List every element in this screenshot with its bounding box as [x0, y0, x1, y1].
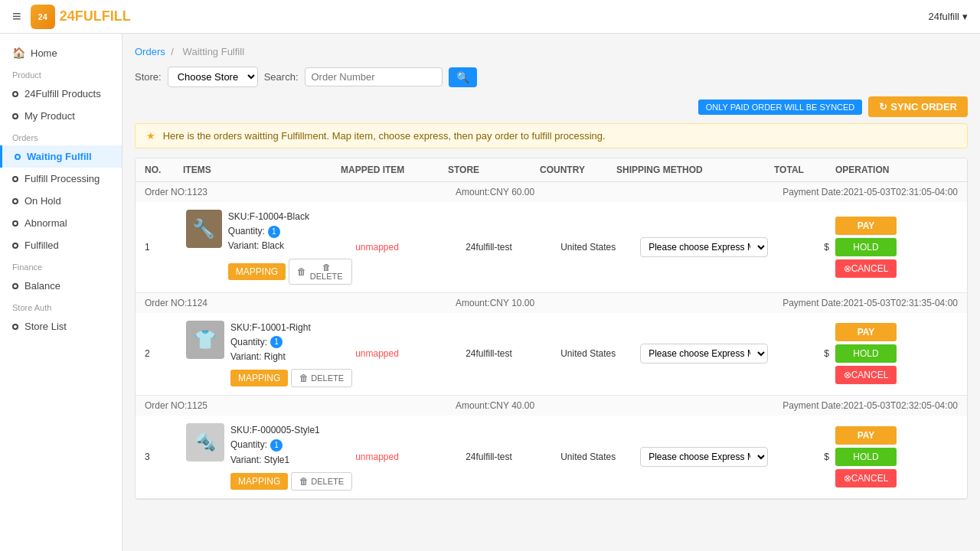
- sidebar-label-fulfill-processing: Fulfill Processing: [24, 173, 100, 184]
- circle-icon: [12, 113, 18, 119]
- sync-order-button[interactable]: ↻ SYNC ORDER: [868, 96, 968, 117]
- chevron-down-icon: ▾: [962, 11, 968, 22]
- sidebar-item-abnormal[interactable]: Abnormal: [0, 212, 122, 234]
- delete-button-2[interactable]: 🗑 DELETE: [291, 369, 352, 387]
- order-amount-3: Amount:CNY 40.00: [456, 400, 534, 411]
- col-no: NO.: [145, 165, 183, 175]
- sidebar-item-fulfill-processing[interactable]: Fulfill Processing: [0, 168, 122, 190]
- sidebar-item-my-product[interactable]: My Product: [0, 105, 122, 127]
- sidebar-label-24fulfill-products: 24Fulfill Products: [24, 88, 101, 99]
- express-select-2[interactable]: Please choose Express Method: [640, 344, 768, 364]
- item-actions-3: MAPPING 🗑 DELETE: [230, 472, 352, 491]
- circle-icon: [12, 176, 18, 182]
- item-sku-3: SKU:F-000005-Style1: [230, 423, 352, 438]
- pay-button-3[interactable]: PAY: [835, 426, 897, 445]
- item-qty-3: Quantity: 1: [230, 438, 283, 452]
- order-meta-2: Order NO:1124 Amount:CNY 10.00 Payment D…: [136, 293, 967, 313]
- header: ≡ 24 24FULFILL 24fulfill ▾: [0, 0, 980, 34]
- action-buttons-2: PAY HOLD ⊗CANCEL: [835, 323, 958, 384]
- sidebar-item-on-hold[interactable]: On Hold: [0, 190, 122, 212]
- search-button[interactable]: 🔍: [449, 67, 477, 87]
- cancel-button-1[interactable]: ⊗CANCEL: [835, 259, 897, 278]
- sidebar-item-fulfilled[interactable]: Fulfilled: [0, 234, 122, 256]
- breadcrumb: Orders / Waitting Fulfill: [135, 46, 968, 57]
- user-label: 24fulfill: [929, 11, 959, 22]
- mapped-status-1: unmapped: [355, 242, 462, 253]
- circle-icon: [12, 324, 18, 330]
- sidebar-item-balance[interactable]: Balance: [0, 275, 122, 297]
- sidebar-item-home-label: Home: [31, 47, 57, 59]
- item-qty-2: Quantity: 1: [230, 335, 283, 350]
- store-1: 24fulfill-test: [466, 242, 557, 253]
- item-image-1: 🔧: [186, 210, 222, 248]
- price-2: $: [771, 348, 832, 359]
- item-sku-2: SKU:F-10001-Right: [230, 321, 352, 335]
- circle-icon: [12, 220, 18, 227]
- pay-button-1[interactable]: PAY: [835, 217, 897, 235]
- sync-icon: ↻: [879, 101, 887, 112]
- circle-icon: [12, 198, 18, 204]
- sidebar-item-store-list[interactable]: Store List: [0, 315, 122, 337]
- orders-table: NO. ITEMS MAPPED ITEM STORE COUNTRY SHIP…: [135, 158, 968, 500]
- home-icon: 🏠: [12, 47, 24, 59]
- item-image-3: 🔩: [186, 423, 224, 461]
- circle-icon-active: [15, 154, 21, 160]
- sidebar-label-balance: Balance: [24, 280, 60, 292]
- breadcrumb-current: Waitting Fulfill: [183, 46, 244, 57]
- search-label: Search:: [264, 71, 299, 83]
- sidebar-label-abnormal: Abnormal: [24, 217, 67, 229]
- store-3: 24fulfill-test: [466, 452, 557, 462]
- order-no-2: Order NO:1124: [145, 298, 207, 308]
- shipping-col-3: Please choose Express Method: [640, 447, 768, 467]
- sidebar-item-home[interactable]: 🏠 Home: [0, 41, 122, 64]
- sidebar-label-store-list: Store List: [24, 321, 67, 332]
- user-menu[interactable]: 24fulfill ▾: [929, 11, 968, 22]
- circle-icon: [12, 283, 18, 289]
- item-actions-2: MAPPING 🗑 DELETE: [230, 369, 352, 387]
- sync-order-label: SYNC ORDER: [890, 101, 957, 112]
- express-select-3[interactable]: Please choose Express Method: [640, 447, 768, 467]
- breadcrumb-parent[interactable]: Orders: [135, 46, 165, 57]
- mapping-button-3[interactable]: MAPPING: [230, 473, 288, 490]
- cancel-button-2[interactable]: ⊗CANCEL: [835, 366, 897, 384]
- logo: 24 24FULFILL: [31, 5, 131, 29]
- sidebar-item-24fulfill-products[interactable]: 24Fulfill Products: [0, 83, 122, 105]
- express-select-1[interactable]: Please choose Express Method: [640, 237, 768, 257]
- circle-icon: [12, 243, 18, 249]
- mapping-button-2[interactable]: MAPPING: [230, 370, 288, 386]
- store-select[interactable]: Choose Store: [168, 67, 258, 87]
- order-meta-3: Order NO:1125 Amount:CNY 40.00 Payment D…: [136, 396, 967, 416]
- trash-icon: 🗑: [299, 373, 309, 383]
- price-1: $: [771, 242, 832, 253]
- order-payment-date-3: Payment Date:2021-05-03T02:32:05-04:00: [782, 400, 958, 411]
- circle-icon: [12, 91, 18, 97]
- sidebar: 🏠 Home Product 24Fulfill Products My Pro…: [0, 34, 122, 551]
- item-image-2: 👕: [186, 321, 224, 359]
- mapped-status-3: unmapped: [355, 452, 462, 462]
- trash-icon: 🗑: [299, 476, 309, 487]
- menu-icon[interactable]: ≡: [12, 8, 21, 25]
- order-group-1: Order NO:1123 Amount:CNY 60.00 Payment D…: [136, 182, 967, 293]
- sidebar-item-waiting-fulfill[interactable]: Waiting Fulfill: [0, 145, 122, 168]
- delete-button-3[interactable]: 🗑 DELETE: [291, 472, 352, 491]
- country-1: United States: [560, 242, 637, 253]
- cancel-button-3[interactable]: ⊗CANCEL: [835, 469, 897, 487]
- hold-button-1[interactable]: HOLD: [835, 238, 897, 256]
- country-2: United States: [560, 348, 637, 359]
- hold-button-3[interactable]: HOLD: [835, 448, 897, 466]
- item-actions-1: MAPPING 🗑 🗑 DELETE: [228, 259, 352, 285]
- order-meta-1: Order NO:1123 Amount:CNY 60.00 Payment D…: [136, 182, 967, 202]
- col-operation: OPERATION: [835, 165, 958, 175]
- hold-button-2[interactable]: HOLD: [835, 344, 897, 363]
- search-input[interactable]: [305, 67, 443, 86]
- pay-button-2[interactable]: PAY: [835, 323, 897, 341]
- items-col-2: 👕 SKU:F-10001-Right Quantity: 1 Variant:: [186, 321, 352, 388]
- order-no-3: Order NO:1125: [145, 400, 207, 411]
- delete-button-1[interactable]: 🗑 🗑 DELETE: [289, 259, 352, 285]
- mapping-button-1[interactable]: MAPPING: [228, 263, 286, 280]
- main-content: Orders / Waitting Fulfill Store: Choose …: [122, 34, 980, 551]
- order-group-2: Order NO:1124 Amount:CNY 10.00 Payment D…: [136, 293, 967, 396]
- col-items: ITEMS: [183, 165, 341, 175]
- sidebar-section-store-auth: Store Auth: [0, 297, 122, 315]
- action-buttons-3: PAY HOLD ⊗CANCEL: [835, 426, 958, 487]
